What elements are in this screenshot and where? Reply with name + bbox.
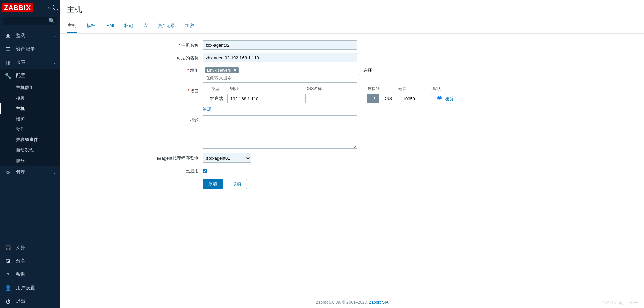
nav-monitor[interactable]: ◉ 监测 ⌄ (0, 29, 60, 42)
bottom-logout[interactable]: ⏻ 退出 (0, 295, 60, 308)
nav-label: 管理 (16, 169, 25, 175)
enabled-checkbox[interactable] (203, 169, 207, 173)
tab-macros[interactable]: 宏 (143, 19, 148, 33)
nav-label: 配置 (16, 73, 25, 79)
seg-ip-button[interactable]: IP (367, 94, 379, 103)
main-content: 主机 主机 模板 IPMI 标记 宏 资产记录 加密 *主机名称 可见的名称 (60, 0, 644, 308)
brand-logo[interactable]: ZABBIX (2, 3, 33, 12)
sub-services[interactable]: 服务 (0, 155, 60, 166)
sub-discovery[interactable]: 自动发现 (0, 145, 60, 155)
bottom-label: 帮助 (16, 271, 25, 278)
tab-tags[interactable]: 标记 (124, 19, 134, 33)
hdr-dns: DNS名称 (305, 86, 368, 92)
hdr-default: 默认 (432, 86, 442, 92)
interface-add-link[interactable]: 添加 (203, 106, 211, 112)
collapse-icon[interactable]: « (48, 5, 51, 11)
sub-templates[interactable]: 模板 (0, 93, 60, 103)
nav-inventory[interactable]: ☰ 资产记录 ⌄ (0, 42, 60, 56)
label-hostname: 主机名称 (181, 43, 199, 48)
headset-icon: 🎧 (5, 245, 11, 251)
group-tag[interactable]: Linux servers ✕ (205, 67, 239, 73)
tab-ipmi[interactable]: IPMI (105, 19, 115, 33)
sub-hostgroups[interactable]: 主机群组 (0, 82, 60, 93)
hdr-type: 类型 (203, 86, 227, 92)
interface-row: 客户端 IP DNS 移除 (203, 94, 637, 103)
proxy-select[interactable]: zbx-agent01 (203, 153, 251, 163)
connect-to-segment: IP DNS (367, 94, 396, 103)
hdr-connect: 连接到 (368, 86, 398, 92)
remove-tag-icon[interactable]: ✕ (233, 68, 237, 73)
cancel-button[interactable]: 取消 (227, 179, 247, 189)
hdr-ip: IP地址 (227, 86, 305, 92)
tab-templates[interactable]: 模板 (86, 19, 96, 33)
add-button[interactable]: 添加 (203, 179, 223, 189)
label-proxy: 由agent代理程序监测 (157, 156, 199, 161)
bottom-label: 分享 (16, 258, 25, 264)
interface-default-radio[interactable] (437, 96, 442, 100)
bottom-share[interactable]: ◪ 分享 (0, 254, 60, 268)
bottom-support[interactable]: 🎧 支持 (0, 241, 60, 254)
chevron-down-icon: ⌄ (53, 171, 56, 174)
chevron-down-icon: ⌄ (53, 61, 56, 64)
tabbar: 主机 模板 IPMI 标记 宏 资产记录 加密 (60, 19, 644, 34)
bottom-label: 退出 (16, 298, 25, 304)
footer-text: Zabbix 5.0.39. © 2001–2023, (316, 300, 369, 305)
visiblename-input[interactable] (203, 53, 357, 62)
watermark: CSDN @、十一. (602, 300, 641, 306)
sidebar: ZABBIX « ⛶ 🔍 ◉ 监测 ⌄ ☰ 资产记录 ⌄ (0, 0, 60, 308)
bottom-usersettings[interactable]: 👤 用户设置 (0, 281, 60, 295)
label-enabled: 已启用 (185, 168, 199, 173)
label-description: 描述 (190, 118, 199, 123)
sub-actions[interactable]: 动作 (0, 124, 60, 134)
nav-label: 监测 (16, 33, 25, 39)
interface-dns-input[interactable] (305, 94, 364, 103)
list-icon: ☰ (5, 46, 11, 52)
bottom-help[interactable]: ? 帮助 (0, 268, 60, 281)
hdr-port: 端口 (398, 86, 432, 92)
interface-ip-input[interactable] (227, 94, 303, 103)
chart-icon: ▥ (5, 59, 11, 66)
nav-label: 资产记录 (16, 46, 35, 52)
groups-multiselect[interactable]: Linux servers ✕ (203, 66, 357, 83)
interface-port-input[interactable] (400, 94, 432, 103)
label-interfaces: 接口 (190, 88, 199, 94)
chevron-down-icon: ⌄ (53, 34, 56, 38)
fullscreen-icon[interactable]: ⛶ (53, 5, 58, 11)
power-icon: ⏻ (5, 299, 11, 304)
sub-maintenance[interactable]: 维护 (0, 114, 60, 124)
config-submenu: 主机群组 模板 主机 维护 动作 关联项事件 自动发现 服务 (0, 82, 60, 166)
select-groups-button[interactable]: 选择 (359, 66, 376, 75)
chevron-down-icon: ⌄ (53, 47, 56, 51)
page-title: 主机 (67, 5, 637, 15)
footer-link[interactable]: Zabbix SIA (369, 300, 389, 305)
seg-dns-button[interactable]: DNS (379, 94, 396, 103)
nav-reports[interactable]: ▥ 报表 ⌄ (0, 56, 60, 69)
chevron-up-icon: ˄ (54, 74, 56, 78)
interface-remove-link[interactable]: 移除 (445, 96, 454, 102)
wrench-icon: 🔧 (5, 73, 11, 79)
tab-host[interactable]: 主机 (67, 19, 77, 33)
eye-icon: ◉ (5, 33, 11, 39)
tab-encryption[interactable]: 加密 (184, 19, 195, 33)
nav-admin[interactable]: ⚙ 管理 ⌄ (0, 166, 60, 179)
interface-header: 类型 IP地址 DNS名称 连接到 端口 默认 (203, 86, 637, 92)
search-icon[interactable]: 🔍 (48, 18, 55, 24)
footer: Zabbix 5.0.39. © 2001–2023, Zabbix SIA (60, 293, 644, 308)
groups-search-input[interactable] (205, 74, 355, 82)
sub-hosts[interactable]: 主机 (0, 103, 60, 114)
nav-config[interactable]: 🔧 配置 ˄ (0, 69, 60, 82)
description-textarea[interactable] (203, 115, 357, 149)
gear-icon: ⚙ (5, 169, 11, 176)
user-icon: 👤 (5, 285, 11, 291)
label-groups: 群组 (190, 68, 199, 73)
help-icon: ? (5, 272, 11, 278)
label-visiblename: 可见的名称 (177, 55, 199, 60)
host-form: *主机名称 可见的名称 *群组 Linux servers (60, 34, 644, 196)
bottom-label: 支持 (16, 245, 25, 251)
hostname-input[interactable] (203, 40, 357, 50)
interface-type-label: 客户端 (203, 96, 227, 102)
tab-inventory[interactable]: 资产记录 (157, 19, 176, 33)
sub-correlation[interactable]: 关联项事件 (0, 134, 60, 145)
bottom-label: 用户设置 (16, 285, 35, 291)
logo-row: ZABBIX « ⛶ (0, 0, 60, 15)
